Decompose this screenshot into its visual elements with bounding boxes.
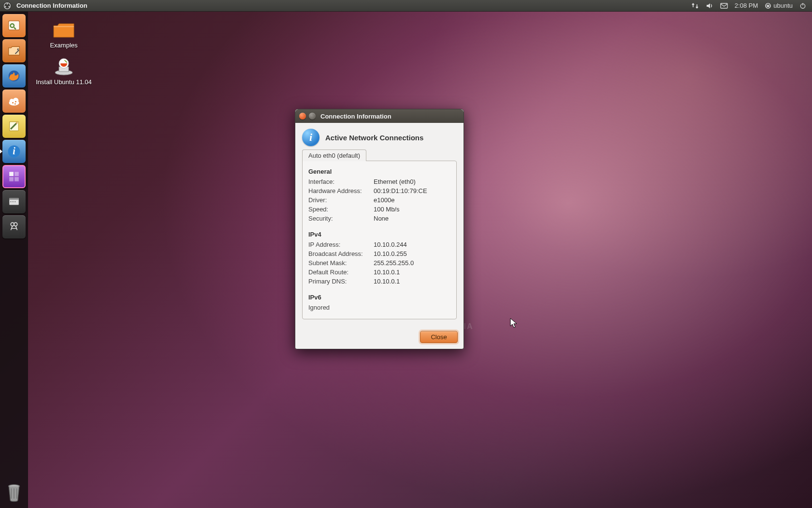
row-ip-address: IP Address:10.10.0.244 — [308, 240, 450, 249]
active-app-title: Connection Information — [16, 2, 87, 9]
launcher-item-home[interactable] — [2, 14, 26, 37]
svg-point-28 — [10, 201, 11, 202]
sound-indicator-icon[interactable] — [706, 2, 713, 9]
launcher-item-workspace-switcher[interactable] — [2, 165, 26, 188]
svg-point-2 — [5, 6, 6, 7]
svg-point-17 — [12, 102, 14, 104]
launcher-item-firefox[interactable] — [2, 64, 26, 88]
row-security: Security:None — [308, 214, 450, 223]
row-default-route: Default Route:10.10.0.1 — [308, 268, 450, 277]
svg-point-1 — [7, 3, 8, 4]
clock[interactable]: 2:08 PM — [735, 2, 758, 9]
launcher-item-applications[interactable] — [2, 190, 26, 213]
svg-rect-7 — [768, 3, 768, 5]
svg-point-29 — [13, 201, 14, 202]
row-primary-dns: Primary DNS:10.10.0.1 — [308, 277, 450, 286]
close-button[interactable]: Close — [420, 331, 458, 343]
svg-point-18 — [14, 103, 16, 105]
tab-auto-eth0[interactable]: Auto eth0 (default) — [302, 149, 366, 161]
row-speed: Speed:100 Mb/s — [308, 205, 450, 214]
row-broadcast: Broadcast Address:10.10.0.255 — [308, 249, 450, 258]
info-icon: i — [302, 129, 319, 146]
messaging-indicator-icon[interactable] — [720, 3, 728, 9]
svg-rect-24 — [9, 177, 14, 181]
svg-point-3 — [9, 6, 10, 7]
svg-point-30 — [14, 201, 15, 202]
section-title-ipv6: IPv6 — [308, 294, 450, 301]
network-indicator-icon[interactable] — [691, 2, 699, 9]
desktop-icon-examples[interactable]: Examples — [35, 20, 93, 49]
svg-rect-23 — [14, 172, 19, 176]
row-hardware-address: Hardware Address:00:19:D1:10:79:CE — [308, 186, 450, 195]
launcher-item-trash[interactable] — [2, 481, 26, 504]
row-subnet-mask: Subnet Mask:255.255.255.0 — [308, 258, 450, 268]
launcher-item-ubuntuone[interactable] — [2, 90, 26, 113]
svg-rect-25 — [14, 177, 19, 181]
launcher-item-text-editor[interactable] — [2, 115, 26, 138]
section-title-ipv4: IPv4 — [308, 231, 450, 238]
dialog-window-title: Connection Information — [320, 113, 392, 120]
dialog-heading: Active Network Connections — [325, 134, 423, 142]
window-close-icon[interactable] — [299, 113, 306, 120]
folder-icon — [52, 20, 75, 40]
section-title-general: General — [308, 168, 450, 175]
svg-point-15 — [13, 98, 19, 104]
launcher-item-files[interactable] — [2, 39, 26, 62]
top-panel: Connection Information 2:08 PM ubuntu — [0, 0, 812, 12]
row-ipv6-status: Ignored — [308, 303, 450, 312]
svg-rect-27 — [9, 198, 19, 199]
window-minimize-icon[interactable] — [309, 113, 316, 120]
power-icon — [765, 2, 771, 9]
svg-text:i: i — [13, 146, 15, 156]
unity-launcher: i — [0, 12, 28, 508]
desktop-icon-label: Examples — [35, 42, 93, 49]
session-indicator[interactable]: ubuntu — [765, 2, 793, 9]
svg-rect-9 — [802, 3, 803, 5]
dialog-titlebar[interactable]: Connection Information — [295, 109, 464, 123]
launcher-item-files-and-folders[interactable] — [2, 215, 26, 239]
shutdown-icon[interactable] — [799, 2, 806, 9]
desktop-icon-install-ubuntu[interactable]: Install Ubuntu 11.04 — [30, 57, 98, 86]
session-user-label: ubuntu — [773, 2, 793, 9]
connection-details-pane: General Interface:Ethernet (eth0) Hardwa… — [302, 161, 457, 319]
launcher-item-connection-info[interactable]: i — [2, 140, 26, 163]
svg-rect-22 — [9, 172, 14, 176]
ubuntu-logo-icon[interactable] — [3, 1, 12, 10]
row-interface: Interface:Ethernet (eth0) — [308, 177, 450, 186]
installer-icon — [52, 57, 75, 76]
mouse-cursor-icon — [510, 318, 518, 329]
svg-point-16 — [15, 101, 16, 103]
connection-information-dialog: Connection Information i Active Network … — [295, 109, 464, 349]
desktop-icon-label: Install Ubuntu 11.04 — [30, 78, 98, 86]
row-driver: Driver:e1000e — [308, 195, 450, 205]
svg-rect-4 — [721, 3, 727, 8]
